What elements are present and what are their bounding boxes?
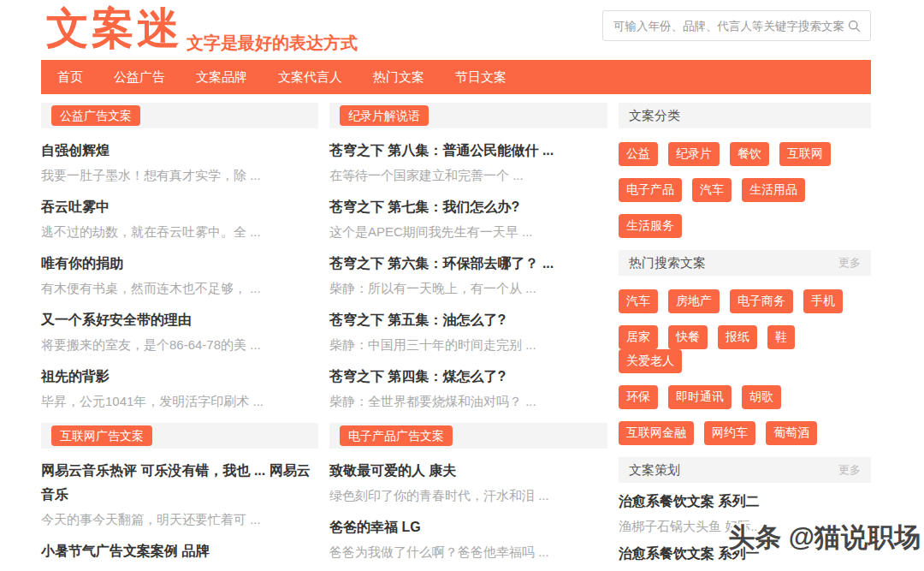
article-title[interactable]: 苍穹之下 第六集：环保部去哪了？ ...: [329, 252, 607, 276]
nav-item-0[interactable]: 首页: [43, 60, 98, 94]
article: 爸爸的幸福 LG爸爸为我做了什么啊？爸爸他幸福吗 ...: [329, 515, 607, 561]
more-link-plans[interactable]: 更多: [838, 462, 861, 478]
article-title[interactable]: 又一个系好安全带的理由: [41, 308, 318, 332]
article: 苍穹之下 第八集：普通公民能做什 ...在等待一个国家建立和完善一个 ...: [329, 139, 607, 184]
tag[interactable]: 电子商务: [730, 289, 793, 313]
main-nav: 首页公益广告文案品牌文案代言人热门文案节日文案: [41, 60, 871, 94]
tag[interactable]: 电子产品: [619, 178, 682, 202]
article: 唯有你的捐助有木便有书桌，然而连木也不足够， ...: [41, 252, 318, 297]
article: 苍穹之下 第四集：煤怎么了?柴静：全世界都要烧煤和油对吗？ ...: [329, 365, 607, 410]
tag-row: 公益纪录片餐饮互联网: [619, 142, 871, 166]
article-desc: 这个是APEC期间我先生有一天早 ...: [329, 223, 607, 241]
article: 小暑节气广告文案案例 品牌: [41, 539, 318, 563]
article-title[interactable]: 唯有你的捐助: [41, 252, 318, 276]
article-desc: 有木便有书桌，然而连木也不足够， ...: [41, 280, 318, 297]
tag[interactable]: 网约车: [704, 421, 755, 445]
tag-list: 汽车房地产电子商务手机居家快餐报纸鞋关爱老人环保即时通讯胡歌互联网金融网约车葡萄…: [619, 276, 871, 445]
section-header: 互联网广告文案: [41, 423, 318, 449]
sidebar-header-plans: 文案策划更多: [619, 457, 871, 483]
article: 苍穹之下 第七集：我们怎么办?这个是APEC期间我先生有一天早 ...: [329, 195, 607, 241]
article-title[interactable]: 吞云吐雾中: [41, 195, 318, 219]
tag-list: 公益纪录片餐饮互联网电子产品汽车生活用品生活服务: [619, 128, 871, 238]
article-desc: 爸爸为我做了什么啊？爸爸他幸福吗 ...: [329, 544, 607, 561]
tag[interactable]: 汽车: [619, 289, 658, 313]
nav-item-3[interactable]: 文案代言人: [264, 60, 357, 94]
tag[interactable]: 葡萄酒: [766, 421, 817, 445]
tag[interactable]: 生活用品: [742, 178, 805, 202]
article-title[interactable]: 祖先的背影: [41, 365, 318, 389]
site-header: 文案迷 文字是最好的表达方式: [0, 0, 924, 60]
article-title[interactable]: 苍穹之下 第七集：我们怎么办?: [329, 195, 607, 219]
article-title[interactable]: 自强创辉煌: [41, 139, 318, 163]
search-icon[interactable]: [847, 19, 862, 33]
article: 苍穹之下 第五集：油怎么了?柴静：中国用三十年的时间走完别 ...: [329, 308, 607, 354]
article-title[interactable]: 苍穹之下 第五集：油怎么了?: [329, 308, 607, 332]
article-list: 自强创辉煌我要一肚子墨水！想有真才实学，除 ...吞云吐雾中逃不过的劫数，就在吞…: [41, 130, 318, 423]
article-desc: 绿色刻印了你的青春时代，汗水和泪 ...: [329, 487, 607, 504]
sidebar-title-hot: 热门搜索文案: [629, 255, 706, 271]
tag[interactable]: 公益: [619, 142, 658, 166]
nav-item-4[interactable]: 热门文案: [358, 60, 439, 94]
article: 致敬最可爱的人 康夫绿色刻印了你的青春时代，汗水和泪 ...: [329, 459, 607, 504]
section-badge[interactable]: 纪录片解说语: [340, 105, 429, 126]
tag-row: 生活服务: [619, 214, 871, 238]
article: 吞云吐雾中逃不过的劫数，就在吞云吐雾中。全 ...: [41, 195, 318, 241]
article-title[interactable]: 苍穹之下 第八集：普通公民能做什 ...: [329, 139, 607, 163]
tag[interactable]: 胡歌: [742, 385, 781, 409]
main-content: 公益广告文案自强创辉煌我要一肚子墨水！想有真才实学，除 ...吞云吐雾中逃不过的…: [41, 103, 871, 571]
article-list: 致敬最可爱的人 康夫绿色刻印了你的青春时代，汗水和泪 ...爸爸的幸福 LG爸爸…: [329, 450, 607, 571]
article-title[interactable]: 苍穹之下 第四集：煤怎么了?: [329, 365, 607, 389]
nav-item-1[interactable]: 公益广告: [99, 60, 180, 94]
tag[interactable]: 报纸: [718, 325, 757, 349]
tag-row: 汽车房地产电子商务手机: [619, 289, 871, 313]
tag[interactable]: 生活服务: [619, 214, 682, 238]
nav-item-5[interactable]: 节日文案: [441, 60, 521, 94]
tag[interactable]: 环保: [619, 385, 658, 409]
tag-row: 互联网金融网约车葡萄酒: [619, 421, 871, 445]
search-input[interactable]: [612, 19, 847, 33]
article: 苍穹之下 第六集：环保部去哪了？ ...柴静：所以有一天晚上，有一个从 ...: [329, 252, 607, 297]
article-desc: 柴静：所以有一天晚上，有一个从 ...: [329, 280, 607, 297]
tag[interactable]: 互联网: [779, 142, 831, 166]
tag[interactable]: 纪录片: [668, 142, 720, 166]
column-middle: 纪录片解说语苍穹之下 第八集：普通公民能做什 ...在等待一个国家建立和完善一个…: [329, 103, 607, 571]
tag[interactable]: 居家: [619, 325, 658, 349]
article-desc: 逃不过的劫数，就在吞云吐雾中。全 ...: [41, 223, 318, 241]
article-title[interactable]: 治愈系餐饮文案 系列二: [619, 490, 871, 514]
section-header: 电子产品广告文案: [329, 423, 607, 449]
tag[interactable]: 手机: [803, 289, 843, 313]
article: 自强创辉煌我要一肚子墨水！想有真才实学，除 ...: [41, 139, 318, 184]
article-title[interactable]: 爸爸的幸福 LG: [329, 515, 607, 539]
tag[interactable]: 快餐: [668, 325, 708, 349]
section-badge[interactable]: 电子产品广告文案: [340, 425, 453, 446]
section-badge[interactable]: 公益广告文案: [51, 105, 140, 126]
tag[interactable]: 房地产: [668, 289, 720, 313]
tag[interactable]: 互联网金融: [619, 421, 694, 445]
article-desc: 将要搬来的室友，是个86-64-78的美 ...: [41, 336, 318, 354]
nav-item-2[interactable]: 文案品牌: [181, 60, 262, 94]
article-list: 苍穹之下 第八集：普通公民能做什 ...在等待一个国家建立和完善一个 ...苍穹…: [329, 130, 607, 423]
tag[interactable]: 鞋: [767, 325, 795, 349]
article-desc: 今天的事今天翻篇，明天还要忙着可 ...: [41, 511, 318, 528]
tag-row: 电子产品汽车生活用品: [619, 178, 871, 202]
article-desc: 毕昇，公元1041年，发明活字印刷术 ...: [41, 393, 318, 410]
section-header: 公益广告文案: [41, 103, 318, 128]
more-link-hot[interactable]: 更多: [838, 255, 861, 271]
article: 网易云音乐热评 可乐没有错，我也 ... 网易云音乐今天的事今天翻篇，明天还要忙…: [41, 459, 318, 528]
section-badge[interactable]: 互联网广告文案: [51, 425, 152, 446]
site-tagline: 文字是最好的表达方式: [187, 32, 358, 55]
article-desc: 柴静：中国用三十年的时间走完别 ...: [329, 336, 607, 354]
tag[interactable]: 餐饮: [730, 142, 769, 166]
article-desc: 我要一肚子墨水！想有真才实学，除 ...: [41, 167, 318, 184]
article-title[interactable]: 致敬最可爱的人 康夫: [329, 459, 607, 483]
article-title[interactable]: 网易云音乐热评 可乐没有错，我也 ... 网易云音乐: [41, 459, 318, 507]
article-title[interactable]: 小暑节气广告文案案例 品牌: [41, 539, 318, 563]
search-box: [602, 10, 871, 41]
tag[interactable]: 关爱老人: [619, 349, 682, 373]
tag[interactable]: 汽车: [692, 178, 732, 202]
tag[interactable]: 即时通讯: [668, 385, 732, 409]
article: 又一个系好安全带的理由将要搬来的室友，是个86-64-78的美 ...: [41, 308, 318, 354]
site-logo[interactable]: 文案迷: [46, 0, 182, 57]
sidebar: 文案分类公益纪录片餐饮互联网电子产品汽车生活用品生活服务热门搜索文案更多汽车房地…: [619, 103, 871, 571]
sidebar-header-categories: 文案分类: [619, 103, 871, 128]
